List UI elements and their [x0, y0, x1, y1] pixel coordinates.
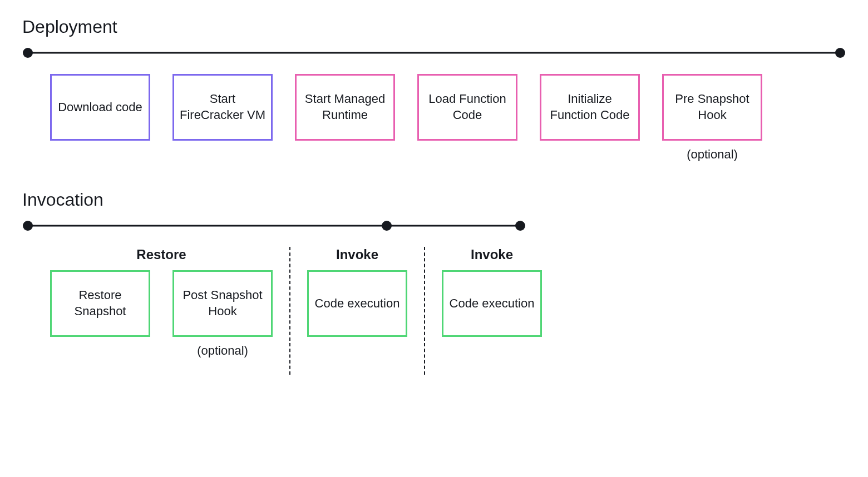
phase-label: Restore [136, 247, 186, 262]
deployment-boxes-row: Download code Start FireCracker VM Start… [22, 74, 846, 162]
timeline-dot-start [23, 221, 33, 231]
phase-separator [424, 247, 425, 375]
step-box: Pre Snapshot Hook [662, 74, 762, 141]
phase-invoke-1: Invoke Code execution [307, 247, 407, 375]
timeline-line [28, 225, 520, 227]
invocation-title: Invocation [22, 190, 846, 210]
step-box: Restore Snapshot [50, 270, 150, 337]
step-box: Download code [50, 74, 150, 141]
phase-restore: Restore Restore Snapshot Post Snapshot H… [50, 247, 273, 375]
step-box: Code execution [307, 270, 407, 337]
deployment-step: Pre Snapshot Hook (optional) [662, 74, 762, 162]
phase-label: Invoke [336, 247, 378, 262]
step-sublabel: (optional) [687, 147, 738, 162]
deployment-title: Deployment [22, 17, 846, 37]
phase-invoke-2: Invoke Code execution [442, 247, 542, 375]
step-box: Code execution [442, 270, 542, 337]
timeline-dot-end [835, 48, 845, 58]
step-box: Post Snapshot Hook [172, 270, 273, 337]
deployment-step: Initialize Function Code [540, 74, 640, 162]
phase-boxes: Code execution [307, 270, 407, 337]
invocation-step: Code execution [307, 270, 407, 337]
step-box: Initialize Function Code [540, 74, 640, 141]
phase-label: Invoke [471, 247, 513, 262]
step-box: Start FireCracker VM [172, 74, 273, 141]
invocation-step: Code execution [442, 270, 542, 337]
deployment-step: Load Function Code [417, 74, 517, 162]
deployment-timeline [22, 47, 846, 58]
timeline-dot-mid [382, 221, 392, 231]
phase-boxes: Restore Snapshot Post Snapshot Hook (opt… [50, 270, 273, 358]
deployment-step: Download code [50, 74, 150, 162]
invocation-step: Post Snapshot Hook (optional) [172, 270, 273, 358]
timeline-line [28, 52, 840, 54]
invocation-step: Restore Snapshot [50, 270, 150, 358]
phase-separator [289, 247, 290, 375]
invocation-timeline [22, 220, 526, 231]
step-sublabel: (optional) [197, 344, 248, 358]
phase-boxes: Code execution [442, 270, 542, 337]
timeline-dot-start [23, 48, 33, 58]
deployment-section: Deployment Download code Start FireCrack… [22, 17, 846, 162]
invocation-section: Invocation Restore Restore Snapshot Post… [22, 190, 846, 375]
deployment-step: Start FireCracker VM [172, 74, 273, 162]
timeline-dot-end [515, 221, 525, 231]
step-box: Start Managed Runtime [295, 74, 395, 141]
deployment-step: Start Managed Runtime [295, 74, 395, 162]
invocation-row: Restore Restore Snapshot Post Snapshot H… [22, 247, 846, 375]
step-box: Load Function Code [417, 74, 517, 141]
